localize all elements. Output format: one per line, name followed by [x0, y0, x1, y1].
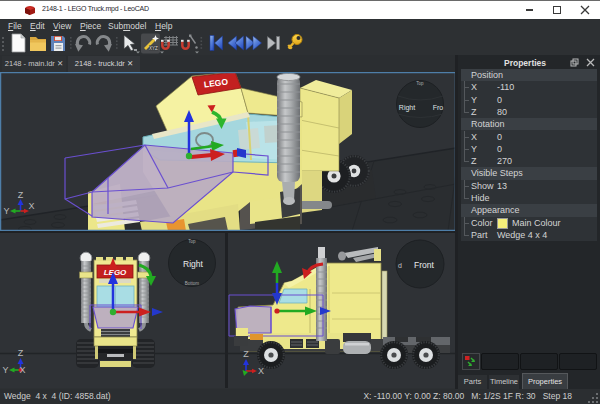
- svg-text:Fro: Fro: [433, 104, 444, 111]
- svg-text:Top: Top: [188, 239, 196, 244]
- svg-text:Right: Right: [183, 259, 203, 269]
- svg-text:Front: Front: [414, 260, 434, 270]
- svg-text:X: X: [258, 366, 264, 376]
- svg-text:Y: Y: [3, 206, 9, 216]
- svg-text:Bottom: Bottom: [185, 281, 200, 286]
- svg-text:X: X: [28, 201, 34, 211]
- svg-text:X: X: [19, 365, 25, 375]
- svg-text:Z: Z: [243, 349, 249, 359]
- svg-text:Z: Z: [18, 348, 24, 358]
- svg-text:XYZ: XYZ: [149, 46, 158, 51]
- svg-text:Right: Right: [399, 104, 415, 112]
- svg-text:d: d: [398, 262, 402, 269]
- svg-text:Top: Top: [416, 81, 424, 86]
- svg-text:Y: Y: [2, 365, 8, 375]
- svg-text:Z: Z: [18, 190, 24, 200]
